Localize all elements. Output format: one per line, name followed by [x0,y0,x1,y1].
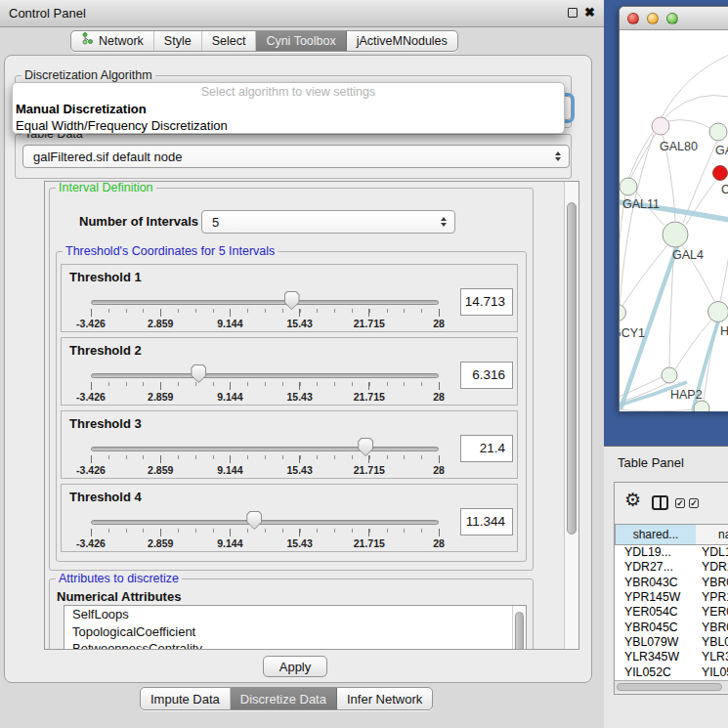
control-panel: Control Panel ✖ NetworkStyleSelectCyni T… [0,0,604,728]
popup-item[interactable]: Equal Width/Frequency Discretization [16,118,228,133]
interval-definition-group: Interval Definition Number of Intervals … [49,188,534,571]
slider-major-tick [230,529,231,536]
numerical-attributes-label: Numerical Attributes [57,589,181,604]
table-row[interactable]: YBR045CYBR045C [615,621,728,635]
threshold-slider-track[interactable] [91,300,439,305]
tab-impute-data[interactable]: Impute Data [141,688,231,709]
tab-infer-network[interactable]: Infer Network [337,688,432,709]
threshold-slider-thumb[interactable] [358,438,373,456]
column-header-label: name [718,525,728,544]
checkbox-icon[interactable]: ✓ [689,498,699,508]
slider-major-tick [439,382,440,390]
slider-major-tick [91,382,92,390]
tab-label: Network [99,31,144,52]
slider-ticks [91,309,440,313]
node-bottom[interactable] [694,401,709,411]
threshold-slider-track[interactable] [91,447,439,451]
group-title: Discretization Algorithm [21,68,155,82]
table-row[interactable]: YLR345WYLR345W [615,650,728,664]
column-header-shared-name[interactable]: shared... [615,524,697,545]
tab-label: Select [212,31,246,52]
tab-discretize-data[interactable]: Discretize Data [231,688,337,709]
node-gcy1[interactable] [620,305,626,321]
threshold-label: Threshold 1 [69,270,142,284]
checkbox-icon[interactable]: ✓ [675,498,685,508]
node-gal80[interactable] [652,117,669,135]
table-row[interactable]: YBR043CYBR043C [615,576,728,590]
table-panel-title: Table Panel [618,455,684,470]
close-traffic-icon[interactable] [627,13,639,24]
attribute-list-item[interactable]: TopologicalCoefficient [64,623,526,641]
zoom-traffic-icon[interactable] [666,13,678,24]
network-window-titlebar[interactable] [620,7,728,30]
attribute-list-item[interactable]: BetweennessCentrality [64,640,526,650]
attribute-list-item[interactable]: SelfLoops [64,606,526,623]
slider-major-tick [230,382,231,390]
table-hscrollbar[interactable] [615,680,728,692]
bottom-tabbar: Impute DataDiscretize DataInfer Network [140,687,433,710]
table-row[interactable]: YIL052CYIL052C [615,665,728,680]
threshold-value-field[interactable]: 6.316 [460,362,513,389]
attributes-scrollbar[interactable] [512,606,526,650]
threshold-value-field[interactable]: 14.713 [460,288,513,316]
tab-select[interactable]: Select [202,31,257,51]
apply-button[interactable]: Apply [263,656,327,677]
threshold-slider-track[interactable] [91,520,439,525]
node-label: GA [715,144,728,157]
num-intervals-spinner[interactable]: 5 [201,210,455,234]
threshold-panel: Threshold 2-3.4262.8599.14415.4321.71528… [61,337,518,406]
network-view-window[interactable]: GAL80 GA C GAL11 GAL4 GCY1 H HAP2 [619,6,728,411]
node-gal-partial[interactable] [709,123,727,141]
cell-name: YPR145W [702,590,728,605]
column-header-name[interactable]: name [696,524,728,545]
tab-label: Style [164,31,192,52]
node-label: HAP2 [670,388,703,402]
minimize-traffic-icon[interactable] [647,13,659,24]
slider-ticks [91,455,440,459]
network-canvas[interactable]: GAL80 GA C GAL11 GAL4 GCY1 H HAP2 [620,30,728,411]
scrollbar-thumb[interactable] [515,612,524,650]
node-h[interactable] [708,302,728,322]
popup-item[interactable]: Manual Discretization [16,102,147,116]
node-gal11[interactable] [620,178,637,195]
tab-style[interactable]: Style [154,31,202,51]
settings-scrollpane: Interval Definition Number of Intervals … [44,181,579,650]
popup-hint: Select algorithm to view settings [13,85,564,99]
table-row[interactable]: YER054CYER054C [615,605,728,620]
scrollbar-thumb[interactable] [567,202,577,535]
tab-jactivemnodules[interactable]: jActiveMNodules [347,31,457,51]
threshold-slider-track[interactable] [91,373,439,378]
node-hap2[interactable] [662,367,677,383]
threshold-value-field[interactable]: 11.344 [460,508,513,535]
split-columns-icon[interactable] [652,495,668,510]
slider-tick-label: 9.144 [198,391,261,403]
desktop-background: GAL80 GA C GAL11 GAL4 GCY1 H HAP2 [604,0,728,446]
tab-cyni-toolbox[interactable]: Cyni Toolbox [256,31,346,51]
pane-scrollbar[interactable] [564,182,578,649]
cell-name: YDR27 [702,560,728,575]
threshold-slider-thumb[interactable] [246,511,262,530]
slider-major-tick [368,455,369,463]
cell-name: YIL052C [702,665,728,680]
table-row[interactable]: YDL19...YDL19 [615,545,728,560]
node-label: GAL4 [672,248,704,262]
node-selected-red[interactable] [713,166,728,181]
tab-network[interactable]: Network [71,31,154,51]
threshold-label: Threshold 3 [69,416,142,431]
node-label: H [720,324,728,338]
table-data-combobox[interactable]: galFiltered.sif default node [22,145,570,168]
close-icon[interactable]: ✖ [584,5,595,20]
table-row[interactable]: YPR145WYPR145W [615,590,728,605]
gear-icon[interactable]: ⚙ [624,491,641,509]
threshold-slider-thumb[interactable] [191,364,206,383]
scrollbar-thumb[interactable] [617,683,722,691]
threshold-slider-thumb[interactable] [284,291,300,310]
float-window-icon[interactable] [568,8,578,18]
table-row[interactable]: YDR27...YDR27 [615,560,728,575]
threshold-panel: Threshold 1-3.4262.8599.14415.4321.71528… [61,264,518,332]
table-row[interactable]: YBL079WYBL079W [615,635,728,650]
slider-major-tick [368,309,369,317]
node-gal4[interactable] [663,222,688,247]
threshold-value-field[interactable]: 21.4 [460,435,513,462]
slider-major-tick [368,382,369,390]
